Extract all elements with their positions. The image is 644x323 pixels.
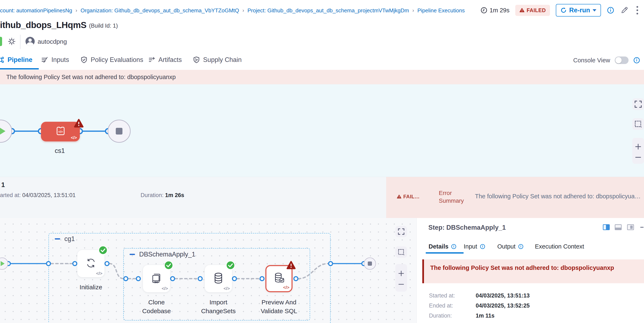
tab-inputs[interactable]: Inputs — [41, 56, 69, 64]
execution-graph-canvas[interactable]: cg1 DBSchemaApply_1 — [0, 218, 424, 323]
stage-graph-edges — [0, 84, 167, 177]
refresh-icon — [560, 7, 567, 14]
tab-artifacts-label: Artifacts — [158, 56, 182, 64]
inputs-icon — [41, 56, 48, 64]
breadcrumb-organization[interactable]: Organization: Github_db_devops_aut_db_sc… — [80, 7, 239, 14]
shield-check-icon — [80, 56, 88, 64]
stage-name: 1 — [1, 181, 5, 189]
stage-graph-canvas[interactable]: </> </> cs1 — [0, 84, 644, 177]
page-title: ithub_dbops_LHqmS — [0, 20, 86, 30]
warning-icon — [520, 8, 524, 13]
step-panel-title: Step: DBSchemaApply_1 — [428, 224, 506, 231]
zoom-in-button[interactable] — [398, 270, 405, 277]
layout-floating-view-icon[interactable] — [627, 224, 634, 230]
step-details-panel: Step: DBSchemaApply_1 Details Input Outp… — [416, 218, 644, 323]
zoom-out-button[interactable] — [634, 156, 642, 159]
tab-policy-evaluations-label: Policy Evaluations — [91, 56, 143, 64]
code-icon: </> — [162, 286, 168, 291]
triggered-by-user: autocdpng — [38, 38, 67, 45]
info-icon[interactable] — [607, 7, 614, 14]
stage-times: arted at: 04/03/2025, 13:51:01 Duration:… — [0, 192, 184, 198]
database-check-icon — [272, 272, 286, 285]
panel-tab-input[interactable]: Input — [464, 243, 486, 250]
pipeline-icon — [0, 56, 4, 64]
tab-inputs-label: Inputs — [52, 56, 69, 64]
layout-right-view-icon[interactable] — [603, 224, 610, 230]
field-duration: Duration: 1m 11s — [429, 312, 494, 319]
layout-bottom-view-icon[interactable] — [615, 224, 622, 230]
marquee-select-button[interactable] — [632, 118, 644, 130]
step-node-initialize[interactable]: </> — [77, 250, 104, 277]
code-icon: </> — [224, 286, 230, 291]
fullscreen-button[interactable] — [395, 226, 407, 237]
info-icon[interactable] — [633, 57, 640, 64]
tab-pipeline[interactable]: Pipeline — [0, 56, 32, 64]
breadcrumb: count: automationPipelinesNg › Organizat… — [0, 7, 465, 14]
run-duration: 1m 29s — [480, 7, 510, 14]
code-icon: </> — [283, 285, 290, 290]
tab-pipeline-label: Pipeline — [8, 56, 32, 64]
tab-supply-chain[interactable]: Supply Chain — [193, 56, 242, 64]
avatar — [26, 37, 35, 46]
breadcrumb-account[interactable]: count: automationPipelinesNg — [0, 7, 72, 14]
more-options-icon[interactable] — [634, 5, 640, 15]
list-plus-icon — [148, 56, 156, 64]
breadcrumb-project[interactable]: Project: Github_db_devops_aut_db_schema_… — [248, 7, 409, 14]
code-icon: </> — [71, 135, 77, 140]
tab-supply-chain-label: Supply Chain — [203, 56, 242, 64]
panel-tab-details[interactable]: Details — [428, 243, 456, 250]
stage-node-cs1[interactable]: </> </> — [41, 122, 80, 141]
breadcrumb-separator: › — [412, 8, 414, 14]
build-id: (Build Id: 1) — [89, 23, 118, 29]
zoom-in-button[interactable] — [634, 143, 642, 150]
active-tab-underline — [0, 68, 39, 70]
success-badge-icon — [98, 246, 108, 255]
step-error-text: The following Policy Set was not adhered… — [430, 264, 614, 271]
started-at-label: arted at: — [0, 192, 21, 198]
console-view-label: Console View — [573, 57, 610, 64]
panel-tab-execution-context[interactable]: Execution Context — [535, 243, 584, 250]
duration-label: Duration: — [141, 192, 164, 198]
stop-icon — [116, 128, 122, 135]
rerun-label: Re-run — [569, 7, 590, 14]
tab-policy-evaluations[interactable]: Policy Evaluations — [80, 56, 143, 64]
error-summary-text: The following Policy Set was not adhered… — [475, 193, 644, 200]
play-icon — [0, 127, 6, 135]
tag-sliver — [0, 37, 2, 46]
stage-icon: </> — [55, 126, 66, 136]
pipeline-execution-page: { "colors": { "accent_blue": "#0278d5", … — [0, 0, 644, 323]
stage-node-label: cs1 — [55, 147, 65, 155]
chevron-down-icon — [592, 9, 596, 12]
step-node-preview-validate-sql[interactable]: </> — [265, 265, 292, 292]
play-icon — [1, 261, 4, 266]
step-node-import-changesets[interactable]: </> — [205, 265, 232, 292]
fullscreen-button[interactable] — [632, 98, 644, 110]
book-icon — [150, 272, 163, 285]
marquee-select-button[interactable] — [395, 246, 407, 258]
gear-icon[interactable] — [7, 37, 16, 46]
success-badge-icon — [226, 261, 235, 270]
fail-chip: FAIL… — [397, 194, 420, 200]
step-node-clone-codebase[interactable]: </> — [143, 265, 170, 292]
status-badge: FAILED — [515, 5, 550, 16]
breadcrumb-separator: › — [76, 8, 77, 14]
edit-icon[interactable] — [620, 6, 628, 15]
zoom-controls — [632, 138, 644, 164]
step-error-box: The following Policy Set was not adhered… — [422, 259, 644, 283]
avatar-head — [28, 39, 32, 42]
zoom-out-button[interactable] — [398, 283, 405, 286]
minimize-panel-icon[interactable] — [640, 227, 644, 228]
step-label-import-changesets: Import ChangeSets — [198, 298, 239, 315]
info-icon — [480, 244, 486, 249]
step-label-preview-validate-sql: Preview And Validate SQL — [255, 298, 303, 315]
panel-tab-output[interactable]: Output — [497, 243, 524, 250]
top-bar: count: automationPipelinesNg › Organizat… — [0, 0, 644, 21]
tab-artifacts[interactable]: Artifacts — [148, 56, 182, 64]
breadcrumb-pipeline-executions[interactable]: Pipeline Executions — [417, 7, 465, 14]
rerun-button[interactable]: Re-run — [556, 4, 601, 17]
database-icon — [212, 272, 225, 285]
clock-icon — [480, 7, 488, 14]
console-view-toggle[interactable] — [615, 57, 628, 64]
code-icon: </> — [96, 271, 102, 276]
info-icon — [451, 244, 456, 249]
